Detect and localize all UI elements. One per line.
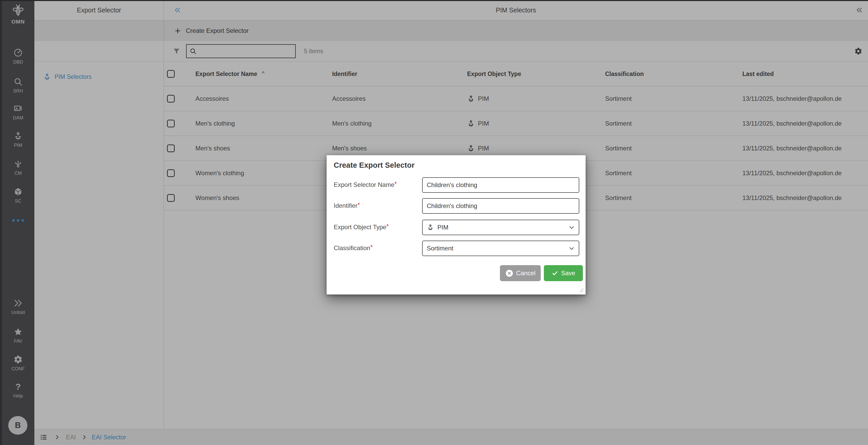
check-icon [552,270,558,277]
chevron-down-icon [568,224,575,231]
field-label-export-selector-name: Export Selector Name* [334,181,397,188]
required-asterisk: * [370,244,372,251]
identifier-input[interactable] [422,198,579,214]
field-label-classification: Classification* [334,245,373,252]
required-asterisk: * [358,201,360,208]
field-label-identifier: Identifier* [334,202,360,209]
cancel-button[interactable]: Cancel [500,265,541,281]
save-button[interactable]: Save [544,265,583,281]
export-selector-name-input[interactable] [422,177,579,193]
select-value: PIM [437,224,448,231]
field-label-export-object-type: Export Object Type* [334,224,389,231]
chevron-down-icon [568,245,575,252]
required-asterisk: * [386,223,389,230]
resize-grip-icon [577,286,584,293]
x-circle-icon [505,269,514,277]
pim-icon [427,224,434,231]
create-export-selector-dialog: Create Export Selector Export Selector N… [327,155,586,295]
dialog-resize-handle[interactable] [577,286,584,293]
export-object-type-select[interactable]: PIM [422,220,579,235]
classification-select[interactable]: Sortiment [422,241,579,256]
save-button-label: Save [561,269,576,277]
dialog-title: Create Export Selector [334,161,414,169]
cancel-button-label: Cancel [516,269,535,277]
select-value: Sortiment [427,245,454,252]
required-asterisk: * [395,180,397,187]
